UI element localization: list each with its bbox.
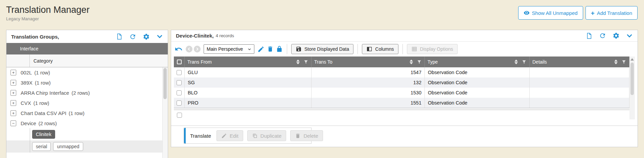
translation-groups-title: Translation Groups, xyxy=(11,34,59,40)
cell-type: Observation Code xyxy=(425,77,530,88)
cell-details xyxy=(530,77,629,88)
tree-item-chart-data-csv-api[interactable]: + Chart Data CSV API (1 row) xyxy=(6,108,168,118)
cell-details xyxy=(530,67,629,77)
left-panel-scrollbar[interactable] xyxy=(162,67,168,158)
table-row-sg[interactable]: SG 132 Observation Code xyxy=(174,77,629,88)
columns-button[interactable]: Columns xyxy=(362,44,398,54)
tag-serial[interactable]: serial xyxy=(32,142,51,151)
page-subtitle: Legacy Manager xyxy=(6,16,90,21)
sort-icon[interactable] xyxy=(296,60,300,64)
column-header-trans-to[interactable]: Trans To xyxy=(312,57,425,67)
select-all-checkbox[interactable] xyxy=(177,60,182,64)
columns-icon xyxy=(366,46,372,52)
record-count: 4 records xyxy=(216,33,234,38)
interface-tree: + 002L (1 row) + 389X (1 row) + ARRA Chi… xyxy=(6,67,168,153)
left-panel-scrollbar-thumb[interactable] xyxy=(163,68,167,99)
table-footer-row xyxy=(174,110,629,120)
scroll-up-arrow-icon[interactable] xyxy=(629,57,635,62)
row-action-bar: Translate Edit Duplicate Delete xyxy=(184,128,312,144)
tree-child-row-clinitek: Clinitek xyxy=(6,128,168,140)
selected-category-badge[interactable]: Clinitek xyxy=(32,130,55,139)
filter-icon[interactable] xyxy=(522,60,527,65)
category-column-header: Category xyxy=(30,54,53,67)
sort-icon[interactable] xyxy=(614,60,618,64)
delete-button[interactable]: Delete xyxy=(290,130,323,141)
refresh-icon[interactable] xyxy=(129,33,136,40)
page-title: Translation Manager xyxy=(6,5,90,15)
row-checkbox[interactable] xyxy=(177,80,182,85)
tree-toggle-icon[interactable]: + xyxy=(10,70,16,75)
tree-tag-row: serial unmapped xyxy=(6,140,168,153)
device-clinitek-title: Device-Clinitek, xyxy=(176,33,214,39)
cell-type: Observation Code xyxy=(425,88,530,98)
tag-unmapped[interactable]: unmapped xyxy=(53,142,83,151)
add-translation-button[interactable]: + Add Translation xyxy=(585,6,638,20)
tree-item-389x[interactable]: + 389X (1 row) xyxy=(6,77,168,88)
table-scrollbar[interactable] xyxy=(629,57,635,119)
edit-button[interactable]: Edit xyxy=(216,130,243,141)
cell-trans-to: 1547 xyxy=(312,67,425,77)
row-checkbox[interactable] xyxy=(177,100,182,106)
translations-table: Trans From Trans To Type xyxy=(174,57,629,120)
column-header-details[interactable]: Details xyxy=(530,57,629,67)
lock-icon[interactable] xyxy=(276,46,283,52)
edit-pencil-icon[interactable] xyxy=(257,46,264,53)
filter-icon[interactable] xyxy=(621,60,626,65)
column-header-type[interactable]: Type xyxy=(425,57,530,67)
header-actions: Show All Unmapped + Add Translation xyxy=(518,6,638,20)
column-header-trans-from[interactable]: Trans From xyxy=(185,57,312,67)
toolbar-divider xyxy=(287,44,287,54)
chevron-right-icon xyxy=(195,47,199,51)
cell-trans-to: 132 xyxy=(312,77,425,88)
grid-icon xyxy=(411,46,417,52)
nav-back-button[interactable] xyxy=(186,46,192,52)
row-checkbox[interactable] xyxy=(177,90,182,95)
toolbar-divider xyxy=(358,44,358,54)
cell-trans-from: GLU xyxy=(185,67,312,77)
select-all-checkbox-cell xyxy=(174,57,185,67)
store-displayed-data-button[interactable]: Store Displayed Data xyxy=(291,44,353,54)
table-scrollbar-thumb[interactable] xyxy=(630,63,634,95)
show-all-unmapped-button[interactable]: Show All Unmapped xyxy=(518,6,583,20)
new-document-icon[interactable] xyxy=(586,32,593,39)
collapse-panel-chevron-icon[interactable] xyxy=(156,33,163,40)
trash-icon xyxy=(295,133,301,139)
collapse-panel-chevron-icon[interactable] xyxy=(626,32,633,39)
footer-checkbox[interactable] xyxy=(177,113,182,118)
tree-item-002l[interactable]: + 002L (1 row) xyxy=(6,67,168,77)
tree-toggle-icon[interactable]: − xyxy=(10,120,16,126)
nav-forward-button[interactable] xyxy=(194,46,201,52)
sort-icon[interactable] xyxy=(514,60,518,64)
tree-item-device[interactable]: − Device (2 rows) xyxy=(6,118,168,128)
duplicate-button[interactable]: Duplicate xyxy=(247,130,286,141)
sort-icon[interactable] xyxy=(410,60,413,64)
undo-icon[interactable] xyxy=(175,45,183,53)
filter-icon[interactable] xyxy=(417,60,422,65)
new-document-icon[interactable] xyxy=(116,33,123,40)
cell-details xyxy=(530,88,629,98)
table-row-pro[interactable]: PRO 1551 Observation Code xyxy=(174,98,629,108)
translate-accent-bar xyxy=(184,128,186,143)
trash-icon[interactable] xyxy=(267,46,274,52)
row-checkbox[interactable] xyxy=(177,70,182,75)
refresh-icon[interactable] xyxy=(599,32,606,39)
show-all-unmapped-label: Show All Unmapped xyxy=(532,10,578,16)
tree-item-cvx[interactable]: + CVX (1 row) xyxy=(6,98,168,108)
tree-toggle-icon[interactable]: + xyxy=(10,110,16,116)
table-row-blo[interactable]: BLO 1530 Observation Code xyxy=(174,88,629,98)
table-row-glu[interactable]: GLU 1547 Observation Code xyxy=(174,67,629,77)
tree-toggle-icon[interactable]: + xyxy=(10,100,16,106)
display-options-button[interactable]: Display Options xyxy=(407,44,458,54)
tree-toggle-icon[interactable]: + xyxy=(10,90,16,96)
translation-groups-header: Translation Groups, xyxy=(6,30,168,43)
translation-manager-page: Translation Manager Legacy Manager Show … xyxy=(0,0,644,158)
cell-type: Observation Code xyxy=(425,67,530,77)
gear-icon[interactable] xyxy=(143,33,150,40)
perspective-select[interactable]: Main Perspective xyxy=(204,44,254,54)
translate-label: Translate xyxy=(190,133,211,139)
tree-item-arra-chirp-interface[interactable]: + ARRA Chirp Interface (2 rows) xyxy=(6,88,168,98)
tree-toggle-icon[interactable]: + xyxy=(10,80,16,86)
gear-icon[interactable] xyxy=(613,32,620,39)
edit-pencil-icon xyxy=(221,133,227,139)
filter-icon[interactable] xyxy=(303,60,308,65)
